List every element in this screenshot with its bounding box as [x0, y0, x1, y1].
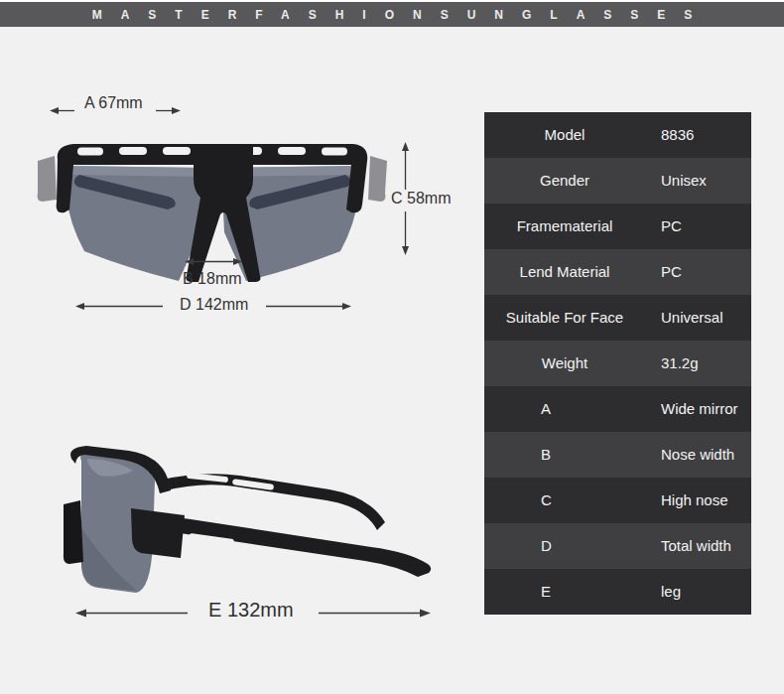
dim-d-left-arrow-icon: [75, 301, 163, 312]
row-label: A: [484, 386, 645, 432]
dim-e-left-arrow-icon: [75, 607, 188, 620]
lower-temple-arm: [147, 513, 431, 577]
table-row: Weight 31.2g: [484, 341, 751, 386]
dim-c-down-arrow-icon: [399, 211, 412, 255]
row-value: PC: [661, 204, 751, 249]
dim-d-right-arrow-icon: [266, 301, 351, 312]
table-row: B Nose width: [484, 432, 751, 478]
table-row: Suitable For Face Universal: [484, 295, 751, 341]
dimension-e-label: E 132mm: [208, 599, 294, 622]
row-value: leg: [661, 569, 751, 615]
row-value: 31.2g: [661, 341, 751, 386]
row-value: PC: [661, 249, 751, 295]
side-left-block: [64, 500, 83, 564]
brand-text: MASTERFASHIONSUNGLASSES: [73, 8, 712, 22]
dimension-d-label: D 142mm: [180, 296, 248, 314]
row-label: Suitable For Face: [484, 295, 645, 341]
table-row: C High nose: [484, 478, 751, 523]
row-value: Wide mirror: [661, 386, 751, 432]
spec-table: Model 8836 Gender Unisex Framematerial P…: [484, 112, 751, 615]
table-row: E leg: [484, 569, 751, 615]
row-label: Gender: [484, 158, 645, 204]
left-hinge-icon: [38, 156, 57, 202]
row-value: Nose width: [661, 432, 751, 478]
row-label: D: [484, 523, 645, 569]
product-detail-page: MASTERFASHIONSUNGLASSES A 67mm: [0, 0, 784, 694]
dim-a-left-arrow-icon: [50, 105, 75, 116]
table-row: D Total width: [484, 523, 751, 569]
dimension-c-label: C 58mm: [391, 190, 451, 208]
dim-b-double-arrow-icon: [185, 256, 242, 267]
row-value: Unisex: [661, 158, 751, 204]
right-hinge-icon: [368, 156, 387, 202]
row-label: B: [484, 432, 645, 478]
dim-a-right-arrow-icon: [155, 105, 181, 116]
table-row: Framematerial PC: [484, 204, 751, 249]
dimension-b-label: B 18mm: [183, 270, 242, 288]
row-label: Model: [484, 112, 645, 158]
dimension-a-label: A 67mm: [84, 94, 143, 112]
row-label: E: [484, 569, 645, 615]
sunglasses-side-image: [52, 419, 439, 603]
table-row: Lend Material PC: [484, 249, 751, 295]
row-label: Weight: [484, 341, 645, 386]
row-label: Lend Material: [484, 249, 645, 295]
row-value: 8836: [661, 112, 751, 158]
row-value: Total width: [661, 523, 751, 569]
brand-bar: MASTERFASHIONSUNGLASSES: [0, 2, 784, 27]
table-row: Model 8836: [484, 112, 751, 158]
dim-e-right-arrow-icon: [319, 607, 431, 620]
row-value: Universal: [661, 295, 751, 341]
dim-c-up-arrow-icon: [399, 142, 412, 190]
row-value: High nose: [661, 478, 751, 523]
row-label: Framematerial: [484, 204, 645, 249]
table-row: A Wide mirror: [484, 386, 751, 432]
row-label: C: [484, 478, 645, 523]
table-row: Gender Unisex: [484, 158, 751, 204]
